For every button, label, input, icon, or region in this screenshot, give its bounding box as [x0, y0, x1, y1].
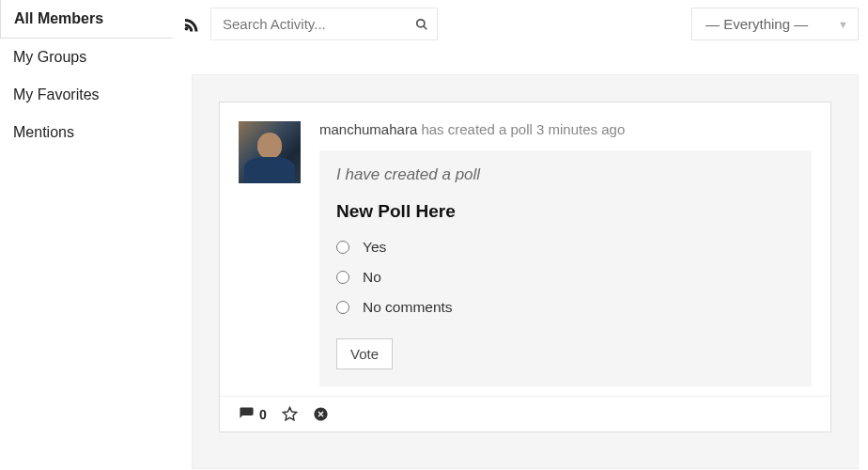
activity-time: 3 minutes ago	[536, 121, 625, 137]
vote-button[interactable]: Vote	[336, 338, 393, 369]
activity-feed: manchumahara has created a poll 3 minute…	[192, 74, 859, 469]
sidebar-item-my-favorites[interactable]: My Favorites	[0, 76, 173, 114]
poll-option-label: No comments	[363, 299, 453, 316]
poll-radio[interactable]	[336, 301, 349, 314]
delete-button[interactable]	[313, 406, 329, 422]
activity-action-text: has created a poll	[421, 121, 532, 137]
poll-option-label: Yes	[363, 239, 386, 256]
favorite-button[interactable]	[282, 406, 298, 422]
filter-label: — Everything —	[705, 16, 808, 32]
chevron-down-icon: ▼	[838, 19, 848, 30]
rss-icon[interactable]	[182, 16, 199, 33]
avatar[interactable]	[239, 121, 301, 183]
sidebar-item-all-members[interactable]: All Members	[0, 0, 173, 39]
svg-marker-3	[283, 407, 296, 419]
topbar: — Everything — ▼	[173, 0, 859, 48]
comments-button[interactable]: 0	[239, 406, 267, 422]
sidebar: All Members My Groups My Favorites Menti…	[0, 0, 173, 469]
author-link[interactable]: manchumahara	[319, 121, 417, 137]
close-circle-icon	[313, 406, 329, 422]
poll-caption: I have created a poll	[336, 165, 795, 184]
filter-select[interactable]: — Everything — ▼	[691, 8, 859, 40]
poll-option[interactable]: Yes	[336, 239, 795, 256]
poll-option[interactable]: No comments	[336, 299, 795, 316]
poll-option[interactable]: No	[336, 269, 795, 286]
activity-header: manchumahara has created a poll 3 minute…	[319, 121, 812, 137]
comment-count: 0	[259, 407, 267, 422]
main: — Everything — ▼ manchumahara has create…	[173, 0, 868, 469]
card-footer: 0	[220, 396, 830, 431]
comment-icon	[239, 406, 255, 422]
activity-card: manchumahara has created a poll 3 minute…	[219, 102, 831, 432]
star-icon	[282, 406, 298, 422]
search-input[interactable]	[210, 8, 438, 40]
poll-option-label: No	[363, 269, 381, 286]
poll-title: New Poll Here	[336, 201, 795, 222]
sidebar-item-mentions[interactable]: Mentions	[0, 114, 173, 151]
poll-radio[interactable]	[336, 241, 349, 254]
poll-radio[interactable]	[336, 271, 349, 284]
sidebar-item-my-groups[interactable]: My Groups	[0, 39, 173, 76]
svg-point-0	[185, 26, 189, 30]
search-wrap	[210, 8, 438, 40]
poll-box: I have created a poll New Poll Here Yes …	[319, 150, 812, 386]
